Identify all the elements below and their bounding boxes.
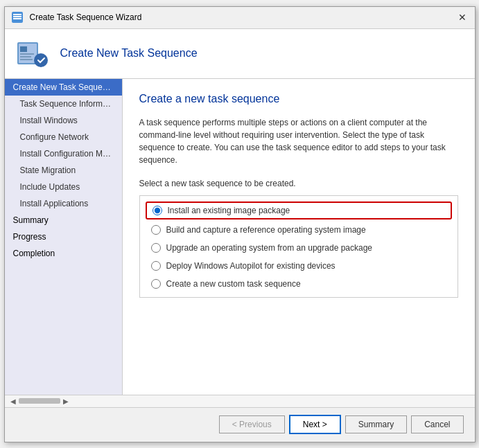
- sidebar-item-install-applications[interactable]: Install Applications: [5, 195, 122, 212]
- svg-point-10: [34, 53, 48, 67]
- sidebar-item-task-sequence-information[interactable]: Task Sequence Informatio...: [5, 96, 122, 112]
- title-bar: Create Task Sequence Wizard ✕: [5, 7, 475, 29]
- option-upgrade-os-label: Upgrade an operating system from an upgr…: [166, 243, 373, 253]
- svg-rect-8: [20, 56, 31, 57]
- radio-install-existing[interactable]: [153, 206, 162, 215]
- select-label: Select a new task sequence to be created…: [139, 179, 458, 188]
- svg-rect-1: [13, 16, 21, 17]
- content-area: Create New Task Sequence Task Sequence I…: [5, 79, 475, 395]
- window-icon: [10, 10, 24, 24]
- cancel-button[interactable]: Cancel: [411, 415, 463, 433]
- svg-rect-6: [20, 46, 27, 52]
- sidebar-item-configure-network[interactable]: Configure Network: [5, 129, 122, 145]
- radio-custom[interactable]: [151, 279, 161, 289]
- header-icon: [16, 37, 49, 70]
- main-title: Create a new task sequence: [139, 93, 458, 105]
- svg-rect-2: [13, 18, 21, 19]
- main-window: Create Task Sequence Wizard ✕ Create New…: [4, 6, 476, 442]
- scroll-right-arrow[interactable]: ▶: [60, 397, 71, 405]
- sidebar-item-include-updates[interactable]: Include Updates: [5, 179, 122, 195]
- previous-button[interactable]: < Previous: [219, 415, 285, 433]
- sidebar-item-summary[interactable]: Summary: [5, 212, 122, 229]
- close-button[interactable]: ✕: [455, 10, 469, 24]
- radio-autopilot[interactable]: [151, 261, 161, 271]
- main-panel: Create a new task sequence A task sequen…: [123, 79, 475, 395]
- sidebar: Create New Task Sequence Task Sequence I…: [5, 79, 123, 395]
- sidebar-item-create-new-task-sequence[interactable]: Create New Task Sequence: [5, 79, 122, 96]
- sidebar-item-progress[interactable]: Progress: [5, 229, 122, 245]
- scrollbar-area: ◀ ▶: [5, 395, 475, 407]
- option-autopilot[interactable]: Deploy Windows Autopilot for existing de…: [151, 261, 446, 271]
- option-install-existing-label: Install an existing image package: [168, 206, 290, 215]
- sidebar-item-completion[interactable]: Completion: [5, 245, 122, 262]
- sidebar-item-install-configuration-man[interactable]: Install Configuration Man...: [5, 145, 122, 162]
- header-title: Create New Task Sequence: [60, 47, 198, 60]
- window-title: Create Task Sequence Wizard: [30, 12, 455, 22]
- radio-upgrade-os[interactable]: [151, 243, 161, 253]
- option-build-capture[interactable]: Build and capture a reference operating …: [151, 225, 446, 235]
- option-build-capture-label: Build and capture a reference operating …: [166, 225, 366, 235]
- sidebar-item-install-windows[interactable]: Install Windows: [5, 112, 122, 129]
- options-box: Install an existing image package Build …: [139, 195, 458, 298]
- svg-rect-9: [20, 59, 33, 60]
- option-custom-label: Create a new custom task sequence: [166, 279, 301, 289]
- header-band: Create New Task Sequence: [5, 29, 475, 79]
- next-button[interactable]: Next >: [289, 415, 341, 434]
- sidebar-item-state-migration[interactable]: State Migration: [5, 162, 122, 179]
- option-upgrade-os[interactable]: Upgrade an operating system from an upgr…: [151, 243, 446, 253]
- scroll-thumb[interactable]: [19, 398, 60, 404]
- option-autopilot-label: Deploy Windows Autopilot for existing de…: [166, 261, 336, 271]
- svg-rect-3: [13, 14, 21, 15]
- description: A task sequence performs multiple steps …: [139, 116, 458, 166]
- option-install-existing[interactable]: Install an existing image package: [146, 201, 452, 219]
- scroll-left-arrow[interactable]: ◀: [8, 397, 19, 405]
- radio-build-capture[interactable]: [151, 225, 161, 235]
- svg-rect-7: [20, 53, 34, 55]
- option-custom[interactable]: Create a new custom task sequence: [151, 279, 446, 289]
- footer: < Previous Next > Summary Cancel: [5, 407, 475, 442]
- summary-button[interactable]: Summary: [345, 415, 407, 433]
